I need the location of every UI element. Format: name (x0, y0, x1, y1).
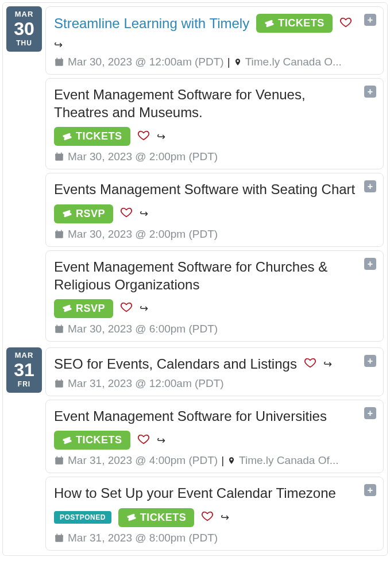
svg-rect-31 (55, 535, 63, 537)
event-calendar: MAR30THU+Streamline Learning with Timely… (2, 2, 388, 556)
svg-rect-32 (57, 533, 58, 536)
event-title-row: Event Management Software for Venues, Th… (54, 86, 375, 146)
share-button[interactable]: ↪ (157, 130, 165, 143)
event-meta: Mar 30, 2023 @ 2:00pm (PDT) (54, 228, 375, 241)
event-datetime: Mar 30, 2023 @ 6:00pm (PDT) (68, 323, 218, 335)
event-meta: Mar 30, 2023 @ 12:00am (PDT)|Time.ly Can… (54, 56, 375, 68)
favorite-button[interactable] (339, 16, 352, 31)
event-card: +Event Management Software for Venues, T… (45, 78, 384, 169)
add-event-button[interactable]: + (364, 484, 376, 496)
favorite-button[interactable] (304, 357, 316, 372)
event-meta: Mar 31, 2023 @ 8:00pm (PDT) (54, 532, 375, 544)
date-daynum: 30 (6, 20, 42, 38)
date-daynum: 31 (6, 361, 42, 379)
heart-icon[interactable] (120, 301, 133, 314)
event-card: +Streamline Learning with TimelyTICKETS↪… (45, 6, 384, 75)
event-card: +SEO for Events, Calendars and Listings↪… (45, 347, 384, 396)
event-title: Event Management Software for Universiti… (54, 407, 327, 425)
tickets-button[interactable]: TICKETS (118, 508, 195, 527)
share-button[interactable]: ↪ (157, 434, 165, 447)
svg-rect-7 (57, 153, 58, 155)
svg-rect-27 (57, 457, 58, 459)
svg-rect-33 (61, 533, 62, 536)
svg-rect-3 (61, 58, 62, 60)
event-title-row: Event Management Software for Universiti… (54, 407, 375, 450)
favorite-button[interactable] (137, 433, 150, 448)
heart-icon[interactable] (137, 129, 150, 142)
favorite-button[interactable] (120, 206, 133, 221)
badge-label: TICKETS (76, 434, 122, 446)
add-event-button[interactable]: + (364, 86, 376, 98)
svg-rect-18 (61, 324, 62, 327)
favorite-button[interactable] (120, 301, 133, 316)
day-block: MAR30THU+Streamline Learning with Timely… (4, 4, 386, 345)
event-title: SEO for Events, Calendars and Listings (54, 355, 297, 373)
share-button[interactable]: ↪ (140, 302, 148, 315)
share-button[interactable]: ↪ (323, 358, 332, 370)
svg-rect-2 (57, 58, 58, 60)
event-title: How to Set Up your Event Calendar Timezo… (54, 484, 336, 502)
heart-icon[interactable] (137, 433, 150, 446)
rsvp-button[interactable]: RSVP (54, 299, 113, 318)
event-location: Time.ly Canada O... (245, 56, 342, 68)
event-title: Event Management Software for Churches &… (54, 258, 358, 293)
date-month: MAR (6, 351, 42, 359)
share-button[interactable]: ↪ (221, 511, 229, 524)
heart-icon[interactable] (304, 357, 316, 369)
event-title-row: Event Management Software for Churches &… (54, 258, 375, 318)
calendar-icon (54, 324, 64, 334)
favorite-button[interactable] (137, 129, 150, 144)
calendar-icon (54, 152, 64, 162)
event-datetime: Mar 30, 2023 @ 2:00pm (PDT) (68, 150, 218, 163)
badge-label: TICKETS (76, 130, 122, 142)
share-button[interactable]: ↪ (54, 38, 63, 51)
tickets-button[interactable]: TICKETS (54, 431, 130, 450)
location-pin-icon (234, 57, 242, 67)
share-button[interactable]: ↪ (140, 207, 148, 220)
heart-icon[interactable] (201, 510, 214, 523)
tickets-button[interactable]: TICKETS (256, 14, 333, 33)
event-location: Time.ly Canada Of... (239, 454, 339, 467)
event-title[interactable]: Streamline Learning with Timely (54, 14, 249, 32)
event-datetime: Mar 31, 2023 @ 4:00pm (PDT) (68, 454, 218, 467)
svg-rect-12 (57, 230, 58, 232)
svg-rect-22 (57, 380, 58, 382)
svg-rect-23 (61, 380, 62, 382)
date-dow: FRI (6, 380, 42, 388)
ticket-icon (62, 208, 72, 219)
ticket-icon (62, 303, 72, 314)
event-title: Event Management Software for Venues, Th… (54, 86, 358, 121)
event-card: +Events Management Software with Seating… (45, 173, 384, 246)
meta-separator: | (227, 56, 230, 68)
add-event-button[interactable]: + (364, 258, 376, 270)
add-event-button[interactable]: + (364, 355, 376, 367)
tickets-button[interactable]: TICKETS (54, 127, 130, 146)
event-datetime: Mar 30, 2023 @ 12:00am (PDT) (68, 56, 224, 68)
heart-icon[interactable] (120, 206, 133, 219)
event-title: Events Management Software with Seating … (54, 180, 355, 198)
heart-icon[interactable] (339, 16, 352, 29)
calendar-icon (54, 57, 64, 67)
calendar-icon (54, 533, 64, 543)
calendar-icon (54, 229, 64, 239)
event-meta: Mar 30, 2023 @ 6:00pm (PDT) (54, 323, 375, 335)
location-pin-icon (227, 455, 235, 466)
svg-rect-16 (55, 326, 63, 328)
calendar-icon (54, 378, 64, 389)
rsvp-button[interactable]: RSVP (54, 204, 113, 223)
calendar-icon (54, 455, 64, 466)
add-event-button[interactable]: + (364, 407, 376, 419)
favorite-button[interactable] (201, 510, 214, 525)
add-event-button[interactable]: + (364, 180, 376, 192)
svg-rect-17 (57, 324, 58, 327)
status-badge: POSTPONED (54, 511, 111, 524)
svg-rect-21 (55, 381, 63, 383)
svg-rect-1 (55, 59, 63, 61)
badge-label: RSVP (76, 303, 105, 315)
svg-rect-28 (61, 457, 62, 459)
ticket-icon (264, 18, 275, 29)
add-event-button[interactable]: + (364, 14, 376, 26)
date-month: MAR (6, 10, 42, 18)
event-title-row: Streamline Learning with TimelyTICKETS↪ (54, 14, 375, 51)
event-card: +Event Management Software for Churches … (45, 250, 384, 342)
